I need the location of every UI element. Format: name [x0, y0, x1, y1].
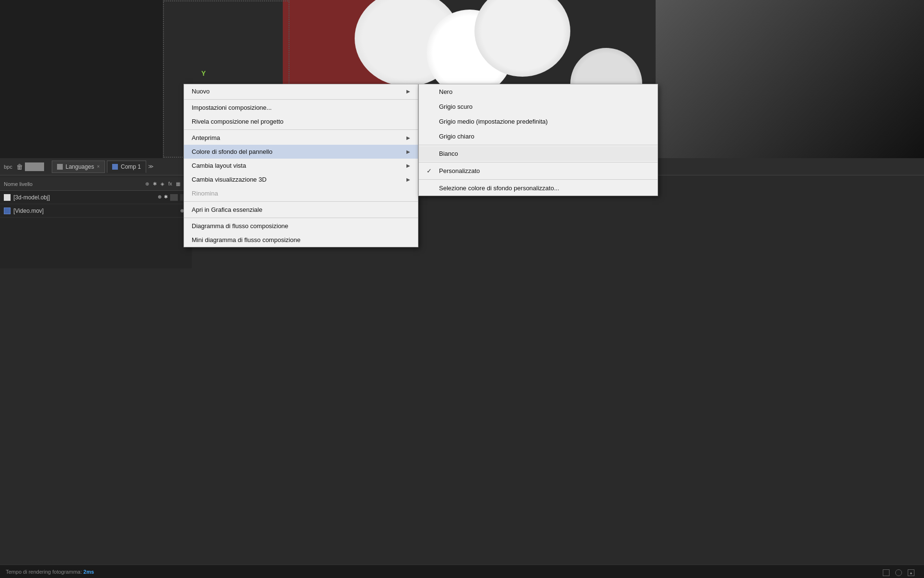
layer-row-video[interactable]: [Video.mov] ⊕ / [0, 204, 192, 218]
blend-icon: ◈ [161, 181, 164, 186]
menu-label-anteprima: Anteprima [192, 134, 220, 141]
submenu-label-nero: Nero [439, 88, 452, 95]
menu-item-diagramma[interactable]: Diagramma di flusso composizione [184, 219, 418, 233]
layers-header: Nome livello ⊕ ✱ ◈ fx ▦ ⊞ [0, 177, 192, 191]
submenu-sep-1 [419, 145, 658, 145]
menu-sep-1 [184, 99, 418, 100]
menu-item-colore[interactable]: Colore di sfondo del pannello ▶ [184, 145, 418, 159]
menu-label-mini-diagramma: Mini diagramma di flusso composizione [192, 236, 300, 243]
menu-item-anteprima[interactable]: Anteprima ▶ [184, 131, 418, 145]
submenu-label-bianco: Bianco [439, 150, 458, 157]
menu-label-nuovo: Nuovo [192, 88, 210, 95]
submenu-label-grigio-scuro: Grigio scuro [439, 103, 473, 110]
submenu-item-bianco[interactable]: Bianco [419, 146, 658, 161]
tab-label-comp1: Comp 1 [121, 163, 141, 170]
menu-arrow-cambia-layout: ▶ [406, 163, 410, 168]
tab-color-languages [57, 164, 63, 170]
submenu-label-selezione: Selezione colore di sfondo personalizzat… [439, 185, 559, 192]
submenu-label-grigio-medio: Grigio medio (impostazione predefinita) [439, 118, 548, 125]
layer-icon-3dmodel [4, 194, 11, 201]
trash-icon[interactable]: 🗑 [16, 163, 23, 171]
menu-sep-3 [184, 201, 418, 202]
menu-arrow-cambia-3d: ▶ [406, 177, 410, 182]
layers-panel: Nome livello ⊕ ✱ ◈ fx ▦ ⊞ [3d-model.obj]… [0, 177, 192, 268]
menu-label-diagramma: Diagramma di flusso composizione [192, 222, 289, 230]
expand-icon[interactable]: ▲ [908, 569, 914, 576]
circle-icon[interactable] [895, 569, 902, 576]
submenu-item-grigio-chiaro[interactable]: Grigio chiaro [419, 129, 658, 144]
menu-arrow-anteprima: ▶ [406, 135, 410, 140]
submenu-label-personalizzato: Personalizzato [439, 167, 480, 174]
status-value: 2ms [83, 569, 94, 575]
layer-color-3dmodel [170, 194, 178, 201]
tab-comp1[interactable]: Comp 1 [107, 161, 146, 173]
submenu-colore: Nero Grigio scuro Grigio medio (impostaz… [418, 84, 658, 196]
menu-label-cambia-layout: Cambia layout vista [192, 162, 246, 169]
menu-item-rivela[interactable]: Rivela composizione nel progetto [184, 115, 418, 128]
tab-label-languages: Languages [66, 163, 94, 170]
submenu-item-personalizzato[interactable]: Personalizzato [419, 163, 658, 178]
bottom-right-icons: ▲ [883, 569, 914, 576]
layer-effects-icon[interactable]: ✱ [164, 194, 168, 201]
tab-color-comp1 [112, 164, 118, 170]
menu-item-impostazioni[interactable]: Impostazioni composizione... [184, 101, 418, 115]
layer-row-3dmodel[interactable]: [3d-model.obj] ⊕ ✱ [0, 191, 192, 204]
submenu-label-grigio-chiaro: Grigio chiaro [439, 133, 474, 140]
context-menu: Nuovo ▶ Impostazioni composizione... Riv… [184, 84, 418, 247]
menu-label-impostazioni: Impostazioni composizione... [192, 104, 272, 111]
menu-arrow-nuovo: ▶ [406, 89, 410, 94]
menu-sep-4 [184, 218, 418, 218]
menu-label-cambia-3d: Cambia visualizzazione 3D [192, 176, 266, 183]
submenu-item-grigio-medio[interactable]: Grigio medio (impostazione predefinita) [419, 114, 658, 129]
status-label: Tempo di rendering fotogramma: [6, 569, 82, 575]
nome-livello-label: Nome livello [4, 181, 33, 187]
submenu-item-nero[interactable]: Nero [419, 84, 658, 99]
y-axis-label: Y [201, 69, 206, 77]
menu-item-cambia-layout[interactable]: Cambia layout vista ▶ [184, 159, 418, 173]
menu-label-colore: Colore di sfondo del pannello [192, 148, 272, 155]
menu-item-mini-diagramma[interactable]: Mini diagramma di flusso composizione [184, 233, 418, 247]
minimize-icon[interactable] [883, 569, 889, 576]
submenu-sep-2 [419, 162, 658, 162]
menu-label-apri-grafica: Apri in Grafica essenziale [192, 206, 262, 213]
viewport-room-bg [656, 0, 924, 158]
submenu-item-selezione[interactable]: Selezione colore di sfondo personalizzat… [419, 181, 658, 196]
menu-sep-2 [184, 129, 418, 130]
menu-item-cambia-3d[interactable]: Cambia visualizzazione 3D ▶ [184, 173, 418, 186]
motion-icon: ▦ [176, 181, 180, 186]
tab-languages[interactable]: Languages × [52, 161, 105, 173]
color-swatch[interactable] [25, 162, 44, 171]
tab-close-languages[interactable]: × [97, 164, 100, 169]
tab-overflow-indicator[interactable]: ≫ [148, 163, 154, 170]
menu-item-rinomina: Rinomina [184, 186, 418, 200]
menu-label-rinomina: Rinomina [192, 190, 218, 197]
layer-icon-video [4, 208, 11, 214]
menu-item-nuovo[interactable]: Nuovo ▶ [184, 84, 418, 98]
status-bar: Tempo di rendering fotogramma: 2ms ▲ [0, 565, 924, 578]
layer-header-icons: ⊕ ✱ ◈ fx ▦ ⊞ [145, 181, 188, 186]
submenu-sep-3 [419, 179, 658, 180]
effects-icon: ✱ [153, 181, 157, 186]
layer-name-3dmodel: [3d-model.obj] [13, 194, 50, 201]
layer-solo-icon[interactable]: ⊕ [158, 194, 162, 201]
top-left-panel [0, 0, 163, 158]
menu-label-rivela: Rivela composizione nel progetto [192, 118, 284, 125]
bpc-label: bpc [4, 164, 12, 170]
solo-icon: ⊕ [145, 181, 149, 186]
layer-name-video: [Video.mov] [13, 208, 44, 214]
submenu-check-personalizzato [427, 167, 434, 174]
menu-item-apri-grafica[interactable]: Apri in Grafica essenziale [184, 203, 418, 217]
submenu-item-grigio-scuro[interactable]: Grigio scuro [419, 99, 658, 114]
menu-arrow-colore: ▶ [406, 149, 410, 154]
expression-icon: fx [168, 181, 172, 186]
